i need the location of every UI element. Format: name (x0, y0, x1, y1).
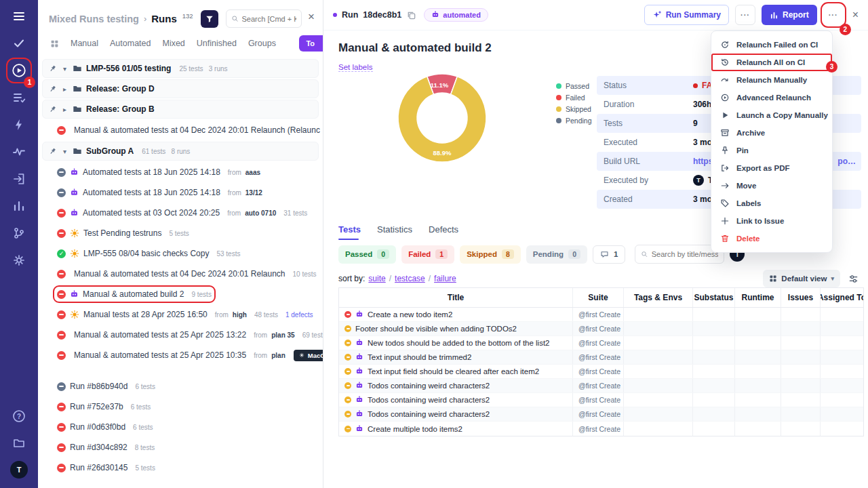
run-row[interactable]: Manual tests at 28 Apr 2025 16:50 from h… (38, 304, 323, 325)
test-row[interactable]: Todos containing weird characters2 @firs… (339, 407, 863, 422)
grid-icon[interactable] (50, 39, 59, 48)
run-row-selected[interactable]: Manual & automated build 2 9 tests (38, 284, 323, 304)
run-row[interactable]: Test Pending testruns 5 tests (38, 223, 323, 243)
test-row[interactable]: Todos containing weird characters2 @firs… (339, 379, 863, 393)
set-labels-link[interactable]: Set labels (338, 63, 373, 72)
gear-icon[interactable] (11, 252, 27, 268)
tab-manual[interactable]: Manual (71, 39, 98, 48)
menu-item-archive[interactable]: Archive (711, 124, 832, 142)
run-row[interactable]: Manual & automated tests at 04 Dec 2024 … (38, 120, 323, 140)
tab-tests[interactable]: Tests (338, 224, 361, 235)
activity-pulse-icon[interactable] (11, 144, 27, 160)
build-url-tail[interactable]: po… (837, 157, 856, 166)
menu-item-move[interactable]: Move (711, 177, 832, 195)
menu-icon[interactable] (11, 8, 27, 24)
lightning-icon[interactable] (11, 117, 27, 133)
report-button[interactable]: Report (762, 5, 817, 25)
tab-statistics[interactable]: Statistics (377, 224, 412, 235)
col-tags-envs[interactable]: Tags & Envs (623, 288, 692, 307)
chevron-right-icon[interactable]: ▸ (61, 85, 68, 93)
chip-failed[interactable]: Failed1 (401, 245, 454, 264)
run-row[interactable]: Manual & automated tests at 25 Apr 2025 … (38, 345, 323, 365)
test-row[interactable]: Text input field should be cleared after… (339, 365, 863, 379)
test-row[interactable]: Create multiple todo items2 @first Creat… (339, 422, 863, 436)
run-row[interactable]: Automated tests at 18 Jun 2025 14:18 fro… (38, 162, 323, 182)
col-issues[interactable]: Issues (781, 288, 820, 307)
tab-automated[interactable]: Automated (110, 39, 151, 48)
run-row[interactable]: Automated tests at 03 Oct 2024 20:25 fro… (38, 203, 323, 223)
automated-badge[interactable]: automated (424, 8, 488, 22)
run-row[interactable]: Run #0d63f0bd 6 tests (38, 417, 323, 437)
folder-row[interactable]: ▸ Release: Group D (42, 79, 319, 98)
run-row[interactable]: LMP-555 08/04 basic checks Copy 53 tests (38, 243, 323, 264)
menu-item-relaunch-all-ci[interactable]: Relaunch All on CI 3 (711, 54, 832, 71)
folder-row[interactable]: ▾ SubGroup A 61 tests 8 runs (42, 142, 319, 161)
run-row[interactable]: Manual & automated tests at 04 Dec 2024 … (38, 264, 323, 284)
menu-item-link-to-issue[interactable]: Link to Issue (711, 212, 832, 230)
run-row[interactable]: Automated tests at 18 Jun 2025 14:18 fro… (38, 182, 323, 203)
test-row[interactable]: Create a new todo item2 @first Create … (339, 308, 863, 322)
user-avatar[interactable]: T (10, 461, 28, 479)
default-view-button[interactable]: Default view ▾ (763, 270, 840, 287)
run-row[interactable]: Run #26d30145 5 tests (38, 458, 323, 478)
tab-total-cut[interactable]: To (299, 35, 323, 52)
menu-item-pin[interactable]: Pin (711, 142, 832, 159)
menu-item-delete[interactable]: Delete (711, 230, 832, 247)
chip-comments[interactable]: 1 (593, 245, 625, 264)
git-branch-icon[interactable] (11, 225, 27, 241)
chevron-down-icon[interactable]: ▾ (61, 148, 68, 155)
tab-groups[interactable]: Groups (248, 39, 276, 48)
run-row[interactable]: Run #d304c892 8 tests (38, 437, 323, 458)
sliders-icon[interactable] (848, 274, 859, 284)
runs-search-input[interactable] (242, 15, 297, 23)
test-row[interactable]: Text input should be trimmed2 @first Cre… (339, 350, 863, 365)
breadcrumb-project[interactable]: Mixed Runs testing (49, 14, 139, 24)
copy-icon[interactable] (406, 10, 416, 20)
tab-defects[interactable]: Defects (429, 224, 458, 235)
filter-button[interactable] (201, 10, 218, 28)
run-row[interactable]: Run #b86b940d 6 tests (38, 376, 323, 396)
menu-item-relaunch-failed-ci[interactable]: Relaunch Failed on CI (711, 36, 832, 54)
chip-passed[interactable]: Passed0 (338, 245, 396, 264)
menu-item-launch-copy[interactable]: Launch a Copy Manually (711, 106, 832, 124)
folder-row[interactable]: ▾ LMP-556 01/05 testing 25 tests 3 runs (42, 59, 319, 78)
close-icon[interactable]: × (852, 9, 859, 21)
tasks-icon[interactable] (11, 89, 27, 106)
chevron-right-icon[interactable]: ▸ (61, 106, 68, 113)
run-row[interactable]: Manual & automated tests at 25 Apr 2025 … (38, 325, 323, 345)
test-row[interactable]: New todos should be added to the bottom … (339, 336, 863, 350)
check-icon[interactable] (11, 35, 27, 52)
tab-mixed[interactable]: Mixed (162, 39, 184, 48)
test-row[interactable]: Todos containing weird characters2 @firs… (339, 393, 863, 407)
menu-item-relaunch-manually[interactable]: Relaunch Manually (711, 71, 832, 89)
chip-pending[interactable]: Pending0 (526, 245, 587, 264)
folder-row[interactable]: ▸ Release: Group B (42, 100, 319, 119)
run-row[interactable]: Run #752e37b 6 tests (38, 396, 323, 417)
menu-item-advanced-relaunch[interactable]: Advanced Relaunch (711, 89, 832, 106)
chip-skipped[interactable]: Skipped8 (460, 245, 521, 264)
sort-link-failure[interactable]: failure (434, 274, 456, 283)
run-actions-menu-button[interactable]: ··· (823, 5, 844, 25)
col-substatus[interactable]: Substatus (692, 288, 734, 307)
runs-play-icon[interactable]: 1 (11, 62, 27, 79)
menu-item-labels[interactable]: Labels (711, 195, 832, 212)
run-summary-button[interactable]: Run Summary (644, 5, 729, 25)
sort-link-testcase[interactable]: testcase (395, 274, 425, 283)
folders-icon[interactable] (11, 434, 27, 451)
sign-in-icon[interactable] (11, 171, 27, 187)
menu-item-export-pdf[interactable]: Export as PDF (711, 159, 832, 177)
bar-chart-icon[interactable] (11, 198, 27, 214)
tab-unfinished[interactable]: Unfinished (197, 39, 237, 48)
tests-search-input[interactable] (652, 250, 719, 258)
sort-link-suite[interactable]: suite (368, 274, 385, 283)
col-runtime[interactable]: Runtime (734, 288, 781, 307)
col-title[interactable]: Title (339, 288, 572, 307)
chevron-down-icon[interactable]: ▾ (61, 65, 68, 73)
runs-search[interactable] (226, 9, 302, 28)
col-suite[interactable]: Suite (572, 288, 623, 307)
test-row[interactable]: Footer should be visible when adding TOD… (339, 322, 863, 336)
close-icon[interactable]: × (308, 11, 315, 22)
col-assigned-to[interactable]: Assigned To (820, 288, 863, 307)
help-icon[interactable]: ? (11, 408, 27, 424)
more-options-button[interactable]: ··· (735, 5, 755, 25)
